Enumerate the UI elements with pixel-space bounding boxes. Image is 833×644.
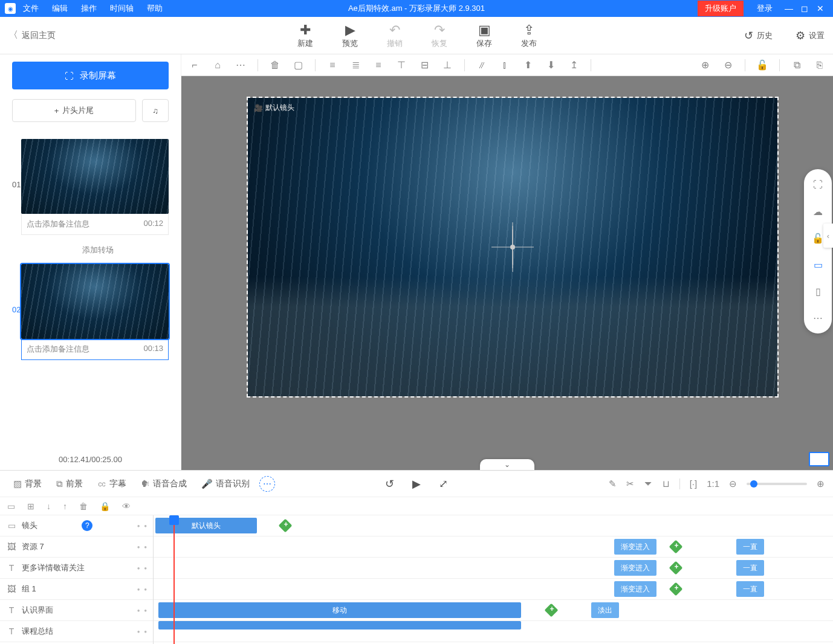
minimize-icon[interactable]: —: [781, 4, 797, 13]
add-transition-button[interactable]: 添加转场: [27, 241, 169, 264]
mobile-icon[interactable]: ▯: [811, 284, 825, 298]
filter-icon[interactable]: ⏷: [644, 478, 653, 489]
track-txt2-lane[interactable]: 移动 淡出: [154, 600, 833, 621]
align-top-icon[interactable]: ⊤: [393, 57, 410, 74]
align-center-icon[interactable]: ≣: [347, 57, 364, 74]
add-track-icon[interactable]: ▭: [7, 501, 15, 511]
tab-background[interactable]: ▨背景: [8, 475, 47, 492]
bracket-icon[interactable]: [·]: [690, 478, 698, 489]
expand-icon[interactable]: ⤢: [439, 477, 448, 491]
new-button[interactable]: ✚新建: [297, 22, 313, 49]
collapse-handle[interactable]: ⌄: [480, 459, 534, 470]
track-text1-header[interactable]: T更多详情敬请关注● ●: [0, 558, 153, 579]
home-icon[interactable]: ⌂: [209, 57, 226, 74]
tab-tts[interactable]: 🗣语音合成: [136, 475, 192, 492]
menu-file[interactable]: 文件: [23, 3, 39, 14]
side-handle[interactable]: ‹: [823, 224, 833, 248]
playhead[interactable]: [173, 515, 175, 644]
track-text3-header[interactable]: T课程总结● ●: [0, 621, 153, 642]
keyframe-icon[interactable]: [545, 604, 559, 617]
rewind-icon[interactable]: ↺: [385, 477, 394, 491]
redo-button[interactable]: ↷恢复: [432, 22, 447, 49]
help-icon[interactable]: ?: [82, 520, 92, 531]
lock-track-icon[interactable]: 🔒: [100, 501, 110, 511]
track-txt1-lane[interactable]: 渐变进入 一直: [154, 558, 833, 579]
menu-help[interactable]: 帮助: [147, 3, 163, 14]
distribute-v-icon[interactable]: ⫿: [496, 57, 513, 74]
zoom-in-icon[interactable]: ⊕: [817, 478, 825, 489]
undo-button[interactable]: ↶撤销: [387, 22, 403, 49]
track-res-lane[interactable]: 渐变进入 一直: [154, 536, 833, 558]
play-icon[interactable]: ▶: [412, 477, 421, 491]
login-button[interactable]: 登录: [757, 3, 773, 14]
arrange-top-icon[interactable]: ⬆: [519, 57, 536, 74]
track-text2-header[interactable]: T认识界面● ●: [0, 600, 153, 621]
arrange-front-icon[interactable]: ↥: [565, 57, 582, 74]
publish-button[interactable]: ⇪发布: [521, 22, 537, 49]
tab-asr[interactable]: 🎤语音识别: [196, 475, 254, 492]
scene-thumbnail[interactable]: [21, 264, 169, 339]
track-group-header[interactable]: 🖼组 1● ●: [0, 579, 153, 600]
track-group-lane[interactable]: 渐变进入 一直: [154, 579, 833, 600]
settings-button[interactable]: ⚙设置: [796, 28, 825, 43]
clip-always[interactable]: 一直: [736, 581, 764, 597]
track-txt3-lane[interactable]: [154, 621, 833, 642]
align-middle-icon[interactable]: ⊟: [416, 57, 433, 74]
focus-icon[interactable]: ▢: [290, 57, 306, 74]
tab-more[interactable]: ⋯: [259, 476, 275, 492]
zoom-out-icon[interactable]: ⊖: [729, 478, 737, 489]
align-bottom-icon[interactable]: ⊥: [439, 57, 456, 74]
visible-icon[interactable]: 👁: [122, 501, 131, 511]
music-button[interactable]: ♫: [142, 99, 169, 122]
keyframe-icon[interactable]: [669, 582, 683, 596]
clip-always[interactable]: 一直: [736, 560, 764, 576]
clip-fadein[interactable]: 渐变进入: [614, 539, 656, 555]
tab-subtitle[interactable]: ㏄字幕: [92, 475, 131, 492]
track-camera-lane[interactable]: 默认镜头: [154, 515, 833, 536]
clip-move2[interactable]: [158, 621, 521, 630]
ruler-icon[interactable]: ⌐: [186, 57, 203, 74]
menu-timeline[interactable]: 时间轴: [110, 3, 134, 14]
keyframe-icon[interactable]: [279, 519, 293, 533]
track-camera-header[interactable]: ▭镜头?● ●: [0, 515, 153, 536]
clip-fadein[interactable]: 渐变进入: [614, 560, 656, 576]
monitor-icon[interactable]: ▭: [811, 257, 825, 272]
aspect-ratio-button[interactable]: [809, 452, 829, 466]
tab-foreground[interactable]: ⧉前景: [51, 475, 88, 492]
zoom-in-icon[interactable]: ⊕: [696, 57, 713, 74]
maximize-icon[interactable]: ◻: [797, 4, 812, 13]
arrange-bottom-icon[interactable]: ⬇: [542, 57, 559, 74]
scene-thumbnail[interactable]: [21, 139, 169, 214]
scene-item-1[interactable]: 01 点击添加备注信息00:12: [12, 139, 169, 235]
zoom-slider[interactable]: [747, 483, 807, 485]
menu-edit[interactable]: 编辑: [52, 3, 68, 14]
fullscreen-icon[interactable]: ⛶: [811, 178, 825, 192]
upgrade-button[interactable]: 升级账户: [698, 1, 744, 16]
up-icon[interactable]: ↑: [63, 501, 67, 511]
keyframe-icon[interactable]: [669, 561, 683, 575]
paste-icon[interactable]: ⎘: [811, 57, 828, 74]
close-icon[interactable]: ✕: [812, 4, 828, 13]
more-icon[interactable]: ⋯: [811, 311, 825, 325]
clip-fadeout[interactable]: 淡出: [591, 602, 619, 618]
preview-button[interactable]: ▶预览: [342, 22, 358, 49]
history-button[interactable]: ↺历史: [744, 28, 773, 43]
scene-note[interactable]: 点击添加备注信息: [27, 219, 89, 230]
menu-action[interactable]: 操作: [81, 3, 97, 14]
align-right-icon[interactable]: ≡: [370, 57, 387, 74]
delete-icon[interactable]: 🗑: [79, 501, 88, 511]
scene-note[interactable]: 点击添加备注信息: [27, 344, 89, 355]
cloud-icon[interactable]: ☁: [811, 204, 825, 219]
down-icon[interactable]: ↓: [47, 501, 51, 511]
cut-icon[interactable]: ✂: [626, 478, 634, 489]
edit-icon[interactable]: ✎: [609, 478, 617, 489]
scene-item-2[interactable]: 02 点击添加备注信息00:13: [12, 264, 169, 360]
save-button[interactable]: ▣保存: [476, 22, 492, 49]
preview-canvas[interactable]: 🎥默认镜头: [248, 98, 777, 396]
folder-icon[interactable]: ⊞: [27, 501, 34, 511]
record-screen-button[interactable]: ⛶ 录制屏幕: [12, 62, 169, 89]
fit-icon[interactable]: 1:1: [707, 478, 719, 489]
back-home-button[interactable]: 〈 返回主页: [8, 29, 56, 42]
clip-always[interactable]: 一直: [736, 539, 764, 555]
track-lanes[interactable]: 0s 1s 2s 3s 4s 5s 6s 7s 8s 9s 10s 11s 12…: [154, 515, 833, 644]
